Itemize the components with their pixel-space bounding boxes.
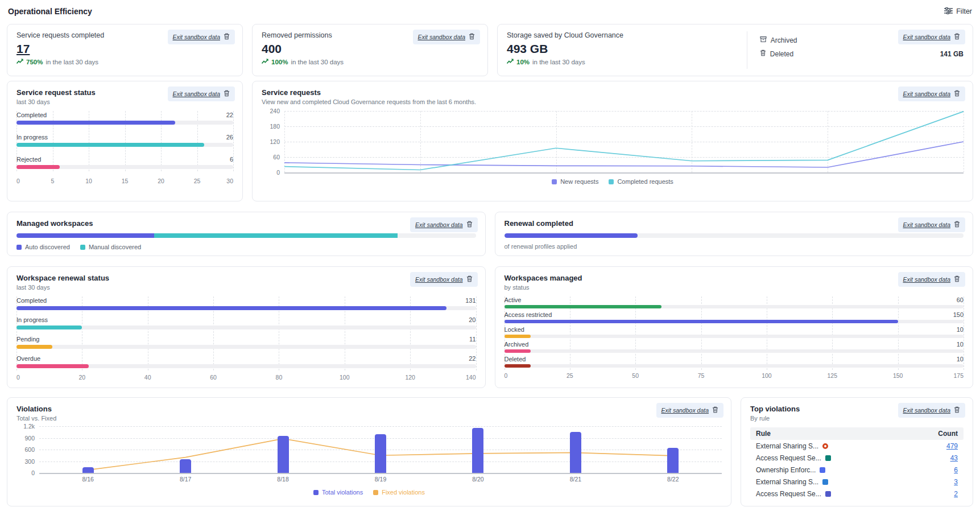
rule-name: External Sharing S...	[756, 478, 818, 486]
bar-row: Deleted10	[505, 356, 964, 368]
exit-sandbox-label: Exit sandbox data	[415, 276, 462, 283]
managed-workspaces-chart: Auto discoveredManual discovered	[16, 233, 476, 250]
trend-suffix: in the last 30 days	[46, 59, 98, 65]
exit-sandbox-button[interactable]: Exit sandbox data	[656, 403, 723, 418]
bar-label: In progress	[16, 134, 48, 141]
exit-sandbox-button[interactable]: Exit sandbox data	[413, 30, 480, 44]
table-row[interactable]: External Sharing S...479	[750, 440, 964, 452]
table-row[interactable]: Access Request Se...2	[750, 488, 964, 500]
card-subtitle: by status	[505, 284, 964, 291]
exit-sandbox-label: Exit sandbox data	[903, 90, 950, 97]
card-title: Workspace renewal status	[16, 274, 476, 282]
bar-label: Completed	[16, 112, 47, 118]
bar-value: 26	[226, 134, 233, 141]
bar-value: 131	[465, 297, 475, 304]
exit-sandbox-button[interactable]: Exit sandbox data	[410, 217, 477, 232]
service-request-status-card: Exit sandbox data Service request status…	[7, 81, 243, 201]
bar-label: Archived	[505, 341, 529, 348]
kpi-card-removed-permissions: Exit sandbox data Removed permissions 40…	[252, 24, 488, 76]
card-subtitle: last 30 days	[16, 284, 476, 291]
trash-icon	[469, 32, 475, 42]
x-axis: 0255075100125150175	[505, 372, 964, 380]
table-row[interactable]: Ownership Enforc...6	[750, 464, 964, 476]
bar-value: 20	[469, 316, 475, 323]
bar-value: 10	[957, 341, 964, 348]
bar-label: Overdue	[16, 355, 40, 362]
bar-fill	[505, 364, 531, 368]
service-request-status-chart: Completed22In progress26Rejected60510152…	[16, 111, 233, 186]
bar-label: Completed	[16, 297, 47, 304]
rule-name: External Sharing S...	[756, 442, 818, 450]
exit-sandbox-button[interactable]: Exit sandbox data	[168, 30, 235, 44]
page-title: Operational Efficiency	[8, 7, 92, 16]
exit-sandbox-button[interactable]: Exit sandbox data	[898, 217, 965, 232]
trend-up-icon	[16, 59, 23, 65]
legend-item: Fixed violations	[373, 489, 425, 496]
exit-sandbox-button[interactable]: Exit sandbox data	[898, 272, 965, 287]
x-tick: 8/16	[82, 476, 93, 483]
bar-fill	[505, 320, 898, 323]
exit-sandbox-button[interactable]: Exit sandbox data	[898, 86, 965, 101]
bar	[278, 436, 289, 473]
trash-icon	[954, 89, 960, 99]
legend-item: Auto discovered	[16, 244, 70, 250]
renewal-completed-card: Exit sandbox data Renewal completed of r…	[495, 212, 974, 256]
trash-icon	[224, 32, 230, 42]
kpi-row: Exit sandbox data Service requests compl…	[7, 24, 973, 76]
chart-legend: Total violationsFixed violations	[16, 489, 722, 496]
bar-value: 10	[957, 356, 964, 362]
table-header: Rule Count	[750, 427, 964, 440]
kpi-value-link[interactable]: 17	[16, 42, 30, 56]
bar-row: Access restricted150	[505, 311, 964, 323]
exit-sandbox-button[interactable]: Exit sandbox data	[898, 403, 965, 418]
renewal-row: Exit sandbox data Workspace renewal stat…	[7, 266, 973, 388]
violation-count-link[interactable]: 2	[954, 490, 958, 498]
exit-sandbox-button[interactable]: Exit sandbox data	[168, 86, 235, 101]
bar-fill	[16, 165, 60, 169]
table-row[interactable]: External Sharing S...3	[750, 476, 964, 488]
kpi-value: 493 GB	[507, 42, 548, 56]
bar-value: 22	[226, 112, 233, 118]
legend-item: Total violations	[313, 489, 363, 496]
trash-icon	[954, 405, 960, 415]
service-requests-card: Exit sandbox data Service requests View …	[252, 81, 973, 201]
filter-icon	[944, 7, 953, 16]
renewal-caption: of renewal profiles applied	[505, 243, 964, 250]
filter-label: Filter	[956, 7, 972, 15]
trash-icon	[224, 89, 230, 99]
bar-row: Overdue22	[16, 355, 476, 368]
bar-value: 150	[953, 311, 964, 318]
column-count: Count	[938, 430, 958, 438]
bar-row: Rejected6	[16, 155, 233, 169]
bar-row: Archived10	[505, 341, 964, 353]
bar-label: In progress	[16, 316, 48, 323]
bar-label: Active	[505, 296, 522, 303]
violation-count-link[interactable]: 6	[954, 466, 958, 474]
bar-value: 10	[957, 326, 964, 333]
violation-count-link[interactable]: 43	[950, 454, 958, 462]
bar-fill	[505, 335, 531, 338]
exit-sandbox-button[interactable]: Exit sandbox data	[410, 272, 477, 287]
top-violations-table: Rule Count External Sharing S...479Acces…	[750, 427, 964, 500]
bar-label: Access restricted	[505, 311, 552, 318]
bar-row: Pending11	[16, 335, 476, 349]
bar	[667, 448, 679, 473]
bar	[570, 432, 581, 473]
trash-icon	[954, 274, 960, 285]
exit-sandbox-button[interactable]: Exit sandbox data	[898, 30, 965, 44]
bar-row: Completed131	[16, 296, 476, 310]
card-title: Workspaces managed	[505, 274, 964, 282]
card-subtitle: Total vs. Fixed	[16, 415, 722, 422]
kpi-main: Storage saved by Cloud Governance 493 GB…	[507, 31, 741, 69]
violation-count-link[interactable]: 479	[946, 442, 958, 450]
violations-row: Exit sandbox data Violations Total vs. F…	[7, 397, 973, 506]
x-tick: 8/17	[180, 476, 191, 483]
bar-label: Deleted	[505, 356, 526, 362]
bar-fill	[16, 306, 446, 310]
top-violations-card: Exit sandbox data Top violations By rule…	[741, 397, 973, 506]
violation-count-link[interactable]: 3	[954, 478, 958, 486]
x-tick: 8/22	[667, 476, 679, 483]
table-row[interactable]: Access Request Se...43	[750, 452, 964, 464]
filter-button[interactable]: Filter	[944, 7, 972, 16]
legend-item: Manual discovered	[80, 244, 141, 250]
